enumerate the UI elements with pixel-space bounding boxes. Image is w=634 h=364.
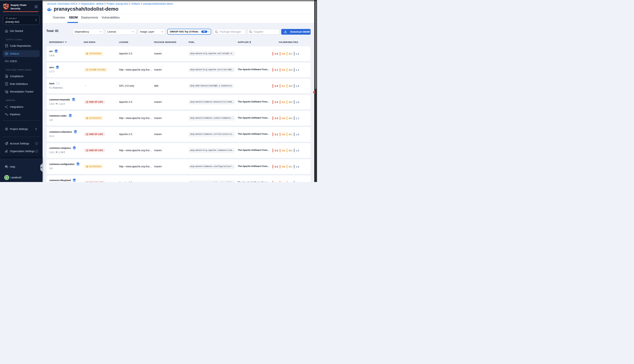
svg-text:?: ?	[6, 165, 7, 167]
